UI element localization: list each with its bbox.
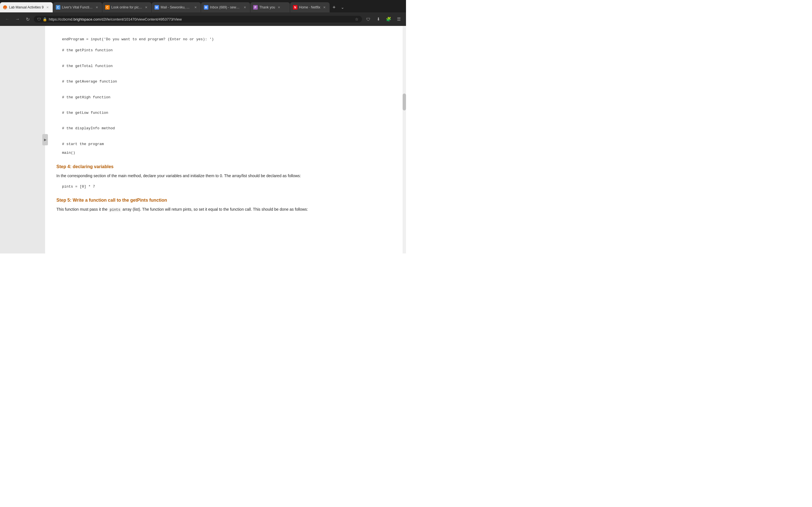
tab-close-thankyou[interactable]: ✕ — [277, 5, 282, 10]
toolbar-right: 🛡 ⬇ 🧩 ☰ — [364, 15, 403, 23]
step4-code: pints = [0] * 7 — [62, 183, 391, 190]
sidebar: ▶ — [0, 26, 45, 253]
tab-favicon-netflix: N — [293, 5, 297, 10]
tab-mail[interactable]: M Mail - Sewoniku, Adesola ✕ — [152, 2, 201, 12]
comment-getHigh: # the getHigh function — [62, 94, 391, 101]
step5-body: This function must pass it the pints arr… — [56, 206, 391, 213]
comment-displayInfo: # the displayInfo method — [62, 125, 391, 131]
tab-liver[interactable]: C Liver's Vital Functions. ✕ — [53, 2, 102, 12]
star-button[interactable]: ☆ — [355, 17, 359, 21]
step5-code-inline: pints — [109, 208, 121, 212]
comment-getTotal: # the getTotal function — [62, 63, 391, 69]
address-bar: ← → ↻ 🛡 🔒 https://ccbcmd.brightspace.com… — [0, 12, 406, 26]
step4-body: In the corresponding section of the main… — [56, 173, 391, 179]
step4-heading: Step 4: declaring variables — [56, 164, 391, 169]
tab-label-netflix: Home · Netflix — [299, 5, 320, 9]
tab-close-liver[interactable]: ✕ — [95, 5, 99, 10]
tab-close-lab[interactable]: ✕ — [45, 5, 50, 10]
tab-favicon-look: C — [105, 5, 110, 10]
main-call: main() — [62, 150, 391, 156]
code-block-top: endProgram = input('Do you want to end p… — [62, 36, 391, 43]
browser-chrome: 🦊 Lab Manual Activities 9 ✕ C Liver's Vi… — [0, 0, 406, 26]
lock-icon: 🔒 — [43, 17, 47, 21]
step5-body-end: array (list). The function will return p… — [121, 207, 308, 212]
tab-label-lab: Lab Manual Activities 9 — [9, 5, 44, 9]
extensions-icon[interactable]: 🧩 — [385, 15, 393, 23]
tab-look[interactable]: C Look online for pictures ✕ — [102, 2, 151, 12]
tab-close-netflix[interactable]: ✕ — [322, 5, 326, 10]
comment-start-program: # start the program — [62, 141, 391, 147]
main-content: endProgram = input('Do you want to end p… — [45, 26, 403, 253]
tab-label-thankyou: Thank you — [259, 5, 275, 9]
code-line-end-program: endProgram = input('Do you want to end p… — [62, 36, 391, 43]
comment-getLow: # the getLow function — [62, 110, 391, 116]
back-button[interactable]: ← — [3, 15, 11, 23]
tab-netflix[interactable]: N Home · Netflix ✕ — [290, 2, 329, 12]
tab-favicon-inbox: M — [204, 5, 208, 10]
page-content: ▶ endProgram = input('Do you want to end… — [0, 26, 406, 253]
new-tab-button[interactable]: + — [330, 2, 338, 12]
svg-text:🦊: 🦊 — [4, 6, 7, 9]
tab-favicon-thankyou: P — [253, 5, 258, 10]
tab-label-inbox: Inbox (689) - sewoniku... — [210, 5, 241, 9]
refresh-button[interactable]: ↻ — [24, 15, 32, 23]
tab-inbox[interactable]: M Inbox (689) - sewoniku... ✕ — [201, 2, 250, 12]
download-icon[interactable]: ⬇ — [374, 15, 382, 23]
step5-body-start: This function must pass it the — [56, 207, 109, 212]
tab-bar: 🦊 Lab Manual Activities 9 ✕ C Liver's Vi… — [0, 0, 406, 12]
tab-label-look: Look online for pictures — [111, 5, 142, 9]
sidebar-toggle[interactable]: ▶ — [42, 134, 48, 145]
right-scrollbar[interactable] — [403, 26, 406, 253]
tab-label-mail: Mail - Sewoniku, Adesola — [161, 5, 192, 9]
tab-close-mail[interactable]: ✕ — [193, 5, 198, 10]
address-text: https://ccbcmd.brightspace.com/d2l/le/co… — [49, 17, 353, 21]
code-comments-block: # the getPints function # the getTotal f… — [62, 47, 391, 156]
menu-icon[interactable]: ☰ — [395, 15, 403, 23]
tab-favicon-lab: 🦊 — [3, 5, 7, 10]
shield-icon: 🛡 — [37, 17, 41, 21]
tab-close-inbox[interactable]: ✕ — [243, 5, 247, 10]
tab-thankyou[interactable]: P Thank you ✕ — [250, 2, 290, 12]
tab-close-look[interactable]: ✕ — [144, 5, 149, 10]
forward-button[interactable]: → — [13, 15, 21, 23]
step5-heading: Step 5: Write a function call to the get… — [56, 198, 391, 203]
comment-getAverage: # the getAverage function — [62, 78, 391, 85]
tab-label-liver: Liver's Vital Functions. — [62, 5, 93, 9]
address-input-wrapper[interactable]: 🛡 🔒 https://ccbcmd.brightspace.com/d2l/l… — [34, 16, 362, 22]
step4-code-line: pints = [0] * 7 — [62, 183, 391, 190]
scrollbar-thumb[interactable] — [403, 94, 406, 110]
tab-favicon-mail: M — [154, 5, 159, 10]
tab-overflow-button[interactable]: ⌄ — [338, 2, 347, 12]
comment-getPints: # the getPints function — [62, 47, 391, 54]
shield-toolbar-icon[interactable]: 🛡 — [364, 15, 372, 23]
tab-lab[interactable]: 🦊 Lab Manual Activities 9 ✕ — [0, 2, 53, 12]
tab-favicon-liver: C — [56, 5, 60, 10]
